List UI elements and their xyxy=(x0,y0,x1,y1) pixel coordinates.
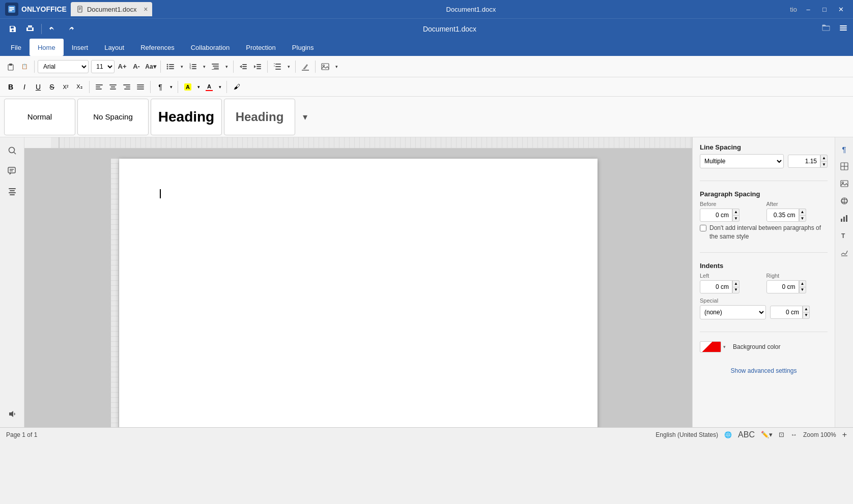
unordered-list-dropdown[interactable]: ▾ xyxy=(178,60,185,73)
zoom-in-icon[interactable]: + xyxy=(842,430,847,439)
copy-style-button[interactable]: 🖌 xyxy=(230,80,243,94)
rail-table-icon[interactable] xyxy=(837,159,852,174)
special-select[interactable]: (none) First line Hanging xyxy=(700,305,766,319)
fit-page-icon[interactable]: ⊡ xyxy=(779,431,784,438)
sidebar-comment-icon[interactable] xyxy=(3,162,21,180)
before-up-button[interactable]: ▲ xyxy=(732,209,740,215)
dont-add-interval-checkbox[interactable] xyxy=(700,225,706,231)
track-changes-icon[interactable]: ✏️▾ xyxy=(761,431,773,438)
decrease-font-size-button[interactable]: A- xyxy=(130,60,143,73)
paste-special-button[interactable]: 📋 xyxy=(18,60,31,73)
align-right-button[interactable] xyxy=(120,80,133,94)
menu-collaboration[interactable]: Collaboration xyxy=(183,39,238,56)
right-down-button[interactable]: ▼ xyxy=(799,287,806,293)
superscript-button[interactable]: X² xyxy=(59,80,72,94)
maximize-button[interactable]: □ xyxy=(817,2,832,16)
left-down-button[interactable]: ▼ xyxy=(732,287,740,293)
paragraph-dropdown[interactable]: ▾ xyxy=(167,80,175,94)
after-up-button[interactable]: ▲ xyxy=(799,209,806,215)
menu-references[interactable]: References xyxy=(132,39,182,56)
after-value-field[interactable]: 0.35 cm xyxy=(766,209,799,222)
underline-button[interactable]: U xyxy=(32,80,45,94)
paste-button[interactable] xyxy=(4,60,17,73)
before-down-button[interactable]: ▼ xyxy=(732,215,740,222)
align-left-button[interactable] xyxy=(93,80,106,94)
fit-width-icon[interactable]: ↔ xyxy=(790,431,797,438)
rail-chart-icon[interactable] xyxy=(837,211,852,226)
multilevel-list-button[interactable] xyxy=(209,60,222,73)
bold-button[interactable]: B xyxy=(4,80,17,94)
style-no-spacing[interactable]: No Spacing xyxy=(77,99,149,135)
tab-close-button[interactable]: × xyxy=(144,5,148,13)
language-globe-icon[interactable]: 🌐 xyxy=(724,431,732,438)
menu-insert[interactable]: Insert xyxy=(64,39,97,56)
sidebar-navigation-icon[interactable] xyxy=(3,182,21,200)
style-heading1[interactable]: Heading xyxy=(151,99,222,135)
font-color-dropdown[interactable]: ▾ xyxy=(216,80,223,94)
italic-button[interactable]: I xyxy=(18,80,31,94)
increase-indent-button[interactable] xyxy=(251,60,264,73)
rail-shape-icon[interactable] xyxy=(837,193,852,209)
font-size-select[interactable]: 11 xyxy=(91,60,115,73)
show-advanced-settings-link[interactable]: Show advanced settings xyxy=(730,367,797,374)
line-spacing-dropdown[interactable]: ▾ xyxy=(285,60,292,73)
menu-home[interactable]: Home xyxy=(30,39,64,56)
insert-dropdown[interactable]: ▾ xyxy=(333,60,340,73)
menu-protection[interactable]: Protection xyxy=(238,39,284,56)
left-indent-field[interactable]: 0 cm xyxy=(700,280,732,293)
rail-paragraph-icon[interactable]: ¶ xyxy=(837,141,852,157)
change-case-button[interactable]: Aa▾ xyxy=(144,60,157,73)
increase-font-size-button[interactable]: A+ xyxy=(116,60,129,73)
menu-layout[interactable]: Layout xyxy=(96,39,132,56)
language-label[interactable]: English (United States) xyxy=(656,431,718,438)
align-justify-button[interactable] xyxy=(134,80,147,94)
hamburger-button[interactable] xyxy=(839,23,848,35)
doc-scroll-area[interactable] xyxy=(24,149,692,427)
line-spacing-button[interactable] xyxy=(271,60,284,73)
undo-button[interactable] xyxy=(45,21,61,37)
clear-formatting-button[interactable] xyxy=(299,60,312,73)
line-spacing-down-button[interactable]: ▼ xyxy=(820,161,828,168)
doc-tab[interactable]: Document1.docx × xyxy=(71,2,152,16)
rail-signature-icon[interactable] xyxy=(837,245,852,260)
open-folder-button[interactable] xyxy=(821,23,831,35)
highlight-color-dropdown[interactable]: ▾ xyxy=(195,80,202,94)
close-button[interactable]: ✕ xyxy=(834,2,848,16)
right-indent-field[interactable]: 0 cm xyxy=(766,280,799,293)
line-spacing-value-field[interactable]: 1.15 xyxy=(788,155,820,168)
font-color-button[interactable]: A xyxy=(203,80,216,94)
style-heading2[interactable]: Heading xyxy=(224,99,295,135)
style-normal[interactable]: Normal xyxy=(4,99,75,135)
multilevel-list-dropdown[interactable]: ▾ xyxy=(223,60,230,73)
special-size-field[interactable]: 0 cm xyxy=(770,306,803,319)
doc-page[interactable] xyxy=(119,159,598,427)
right-up-button[interactable]: ▲ xyxy=(799,280,806,287)
background-color-dropdown[interactable]: ▾ xyxy=(700,341,726,352)
rail-image-icon[interactable] xyxy=(837,176,852,191)
line-spacing-type-select[interactable]: Multiple Single 1.5 lines Double At leas… xyxy=(700,154,784,168)
app-logo[interactable]: ONLYOFFICE xyxy=(5,3,67,16)
special-up-button[interactable]: ▲ xyxy=(803,306,810,312)
font-family-select[interactable]: Arial xyxy=(38,60,89,73)
styles-expand-button[interactable]: ▾ xyxy=(297,99,312,135)
before-value-field[interactable]: 0 cm xyxy=(700,209,732,222)
sidebar-search-icon[interactable] xyxy=(3,141,21,160)
sidebar-sound-icon[interactable] xyxy=(3,405,21,423)
subscript-button[interactable]: X₂ xyxy=(73,80,86,94)
rail-text-icon[interactable]: T xyxy=(837,228,852,243)
ordered-list-button[interactable]: 1. 2. 3. xyxy=(186,60,200,73)
spell-check-icon[interactable]: ABC xyxy=(738,430,755,439)
save-button[interactable] xyxy=(5,21,20,37)
after-down-button[interactable]: ▼ xyxy=(799,215,806,222)
menu-plugins[interactable]: Plugins xyxy=(284,39,322,56)
print-button[interactable] xyxy=(22,21,38,37)
left-up-button[interactable]: ▲ xyxy=(732,280,740,287)
redo-button[interactable] xyxy=(63,21,78,37)
line-spacing-up-button[interactable]: ▲ xyxy=(820,155,828,161)
highlight-color-button[interactable]: A xyxy=(181,80,194,94)
strikethrough-button[interactable]: S xyxy=(45,80,59,94)
special-down-button[interactable]: ▼ xyxy=(803,312,810,319)
unordered-list-button[interactable] xyxy=(164,60,177,73)
minimize-button[interactable]: – xyxy=(801,2,815,16)
align-center-button[interactable] xyxy=(106,80,120,94)
